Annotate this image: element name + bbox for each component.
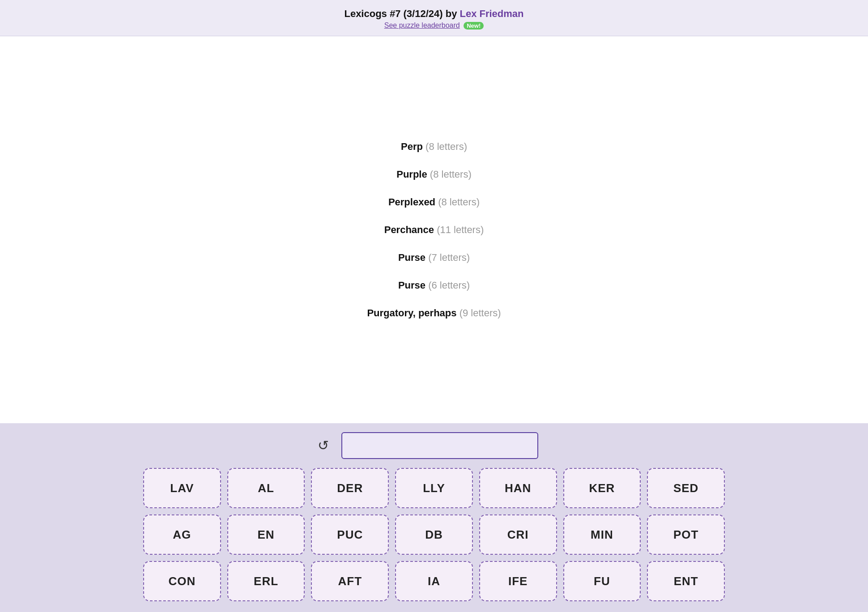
clue-letters: (8 letters) <box>438 196 480 208</box>
delete-button[interactable] <box>547 437 554 455</box>
author-link[interactable]: Lex Friedman <box>460 8 523 19</box>
tile-aft[interactable]: AFT <box>311 561 389 601</box>
clue-item-6: Purgatory, perhaps (9 letters) <box>367 307 501 319</box>
tile-min[interactable]: MIN <box>563 514 641 555</box>
title-prefix: Lexicogs #7 <box>344 8 400 19</box>
clue-letters: (7 letters) <box>428 252 470 263</box>
clue-item-1: Purple (8 letters) <box>396 169 472 180</box>
clue-name: Purple <box>396 169 427 180</box>
tile-erl[interactable]: ERL <box>227 561 305 601</box>
clue-name: Perplexed <box>388 196 435 208</box>
tile-ia[interactable]: IA <box>395 561 473 601</box>
word-input[interactable] <box>341 432 538 459</box>
clue-name: Purse <box>398 252 425 263</box>
clue-letters: (9 letters) <box>460 307 501 319</box>
tile-sed[interactable]: SED <box>647 468 725 508</box>
clue-name: Perchance <box>384 224 434 235</box>
tile-ag[interactable]: AG <box>143 514 221 555</box>
title-meta: (3/12/24) by <box>404 8 460 19</box>
clue-item-0: Perp (8 letters) <box>401 141 467 153</box>
tile-en[interactable]: EN <box>227 514 305 555</box>
tile-cri[interactable]: CRI <box>479 514 557 555</box>
tile-ker[interactable]: KER <box>563 468 641 508</box>
clue-letters: (6 letters) <box>428 280 470 291</box>
tile-con[interactable]: CON <box>143 561 221 601</box>
clues-area: Perp (8 letters)Purple (8 letters)Perple… <box>0 36 868 423</box>
input-row: ↺ <box>7 432 861 459</box>
tile-lly[interactable]: LLY <box>395 468 473 508</box>
leaderboard-link[interactable]: See puzzle leaderboard <box>384 21 460 29</box>
clue-name: Perp <box>401 141 423 152</box>
keyboard-area: ↺ LAVALDERLLYHANKERSEDAGENPUCDBCRIMINPOT… <box>0 423 868 612</box>
clue-letters: (8 letters) <box>430 169 472 180</box>
clue-letters: (8 letters) <box>425 141 467 152</box>
clue-item-5: Purse (6 letters) <box>398 280 470 291</box>
tile-ife[interactable]: IFE <box>479 561 557 601</box>
clue-item-2: Perplexed (8 letters) <box>388 196 480 208</box>
tile-ent[interactable]: ENT <box>647 561 725 601</box>
clue-name: Purse <box>398 280 425 291</box>
tile-puc[interactable]: PUC <box>311 514 389 555</box>
clue-name: Purgatory, perhaps <box>367 307 456 319</box>
tile-der[interactable]: DER <box>311 468 389 508</box>
tile-al[interactable]: AL <box>227 468 305 508</box>
clue-item-3: Perchance (11 letters) <box>384 224 484 236</box>
new-badge: New! <box>464 22 484 30</box>
leaderboard-row: See puzzle leaderboard New! <box>9 21 859 30</box>
tile-pot[interactable]: POT <box>647 514 725 555</box>
clue-item-4: Purse (7 letters) <box>398 252 470 264</box>
tile-fu[interactable]: FU <box>563 561 641 601</box>
tile-lav[interactable]: LAV <box>143 468 221 508</box>
tile-han[interactable]: HAN <box>479 468 557 508</box>
page-title: Lexicogs #7 (3/12/24) by Lex Friedman <box>9 8 859 20</box>
tile-db[interactable]: DB <box>395 514 473 555</box>
undo-icon: ↺ <box>318 439 329 452</box>
header: Lexicogs #7 (3/12/24) by Lex Friedman Se… <box>0 0 868 36</box>
tile-grid: LAVALDERLLYHANKERSEDAGENPUCDBCRIMINPOTCO… <box>143 468 725 601</box>
undo-button[interactable]: ↺ <box>314 437 332 454</box>
clue-letters: (11 letters) <box>437 224 484 235</box>
